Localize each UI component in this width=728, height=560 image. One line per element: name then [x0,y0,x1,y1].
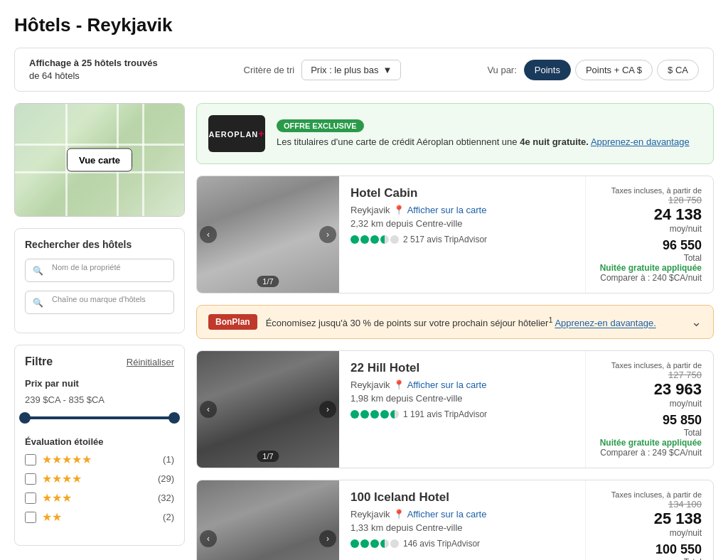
main-content: Vue carte Rechercher des hôtels 🔍 Nom de… [14,103,714,560]
sort-section: Critère de tri Prix : le plus bas ▼ [244,60,402,80]
hotel-distance-2: 1,33 km depuis Centre-ville [350,522,574,533]
stars-filter: Évaluation étoilée ★★★★★ (1) ★★★★ (29) ★… [25,436,174,524]
view-points-ca-button[interactable]: Points + CA $ [575,60,653,80]
vue-carte-button[interactable]: Vue carte [67,149,132,172]
hotel-rating-2: 146 avis TripAdvisor [350,539,574,549]
compare-1: Comparer à : 249 $CA/nuit [600,448,702,458]
chain-input-group: 🔍 Chaîne ou marque d'hôtels [25,291,174,314]
img-next-0[interactable]: › [319,226,336,243]
star-3-checkbox[interactable] [25,492,36,504]
filter-box: Filtre Réinitialiser Prix par nuit 239 $… [14,345,185,546]
hotel-info-1: 22 Hill Hotel Reykjavik 📍 Afficher sur l… [339,351,585,468]
promo-link[interactable]: Apprenez-en davantage [591,136,690,147]
total-price-1: 95 850 [611,413,702,428]
review-count-1: 1 191 avis TripAdvisor [403,409,487,419]
property-input-group: 🔍 Nom de la propriété [25,259,174,282]
view-ca-button[interactable]: $ CA [657,60,699,80]
hotel-name-1: 22 Hill Hotel [350,361,574,375]
page-title: Hôtels - Reykjavik [14,14,714,36]
promo-text: Les titulaires d'une carte de crédit Aér… [277,135,702,149]
old-price-0: 128 750 [611,195,702,205]
filter-title: Filtre [25,355,53,368]
chain-input[interactable] [48,297,167,308]
hotel-img-0: ‹ › 1/7 [197,176,339,293]
hotel-name-2: 100 Iceland Hotel [350,490,574,505]
free-night-1: Nuitée gratuite appliquée [600,438,702,448]
view-points-button[interactable]: Points [524,60,571,80]
stars-section-title: Évaluation étoilée [25,436,174,447]
tripadvisor-dots-0 [350,235,399,244]
bonplan-text: Économisez jusqu'à 30 % de points sur vo… [266,316,682,328]
img-prev-0[interactable]: ‹ [200,226,217,243]
star-item-5: ★★★★★ (1) [25,453,174,466]
img-prev-1[interactable]: ‹ [200,401,217,418]
property-label: 🔍 [25,259,174,282]
hotel-card-2: ‹ › 1/7 100 Iceland Hotel Reykjavik 📍 Af… [196,480,714,560]
range-thumb-left[interactable] [19,412,31,424]
map-container: Vue carte [14,103,185,217]
img-prev-2[interactable]: ‹ [200,530,217,547]
img-next-1[interactable]: › [319,401,336,418]
hotel-distance-0: 2,32 km depuis Centre-ville [350,218,574,229]
aeroplan-card-image: AEROPLAN+ [208,115,265,152]
hotel-img-1: ‹ › 1/7 [197,351,339,468]
star-2-checkbox[interactable] [25,512,36,523]
property-input[interactable] [48,265,167,276]
main-price-2: 25 138 [654,510,702,527]
promo-banner: AEROPLAN+ OFFRE EXCLUSIVE Les titulaires… [196,103,714,164]
star-item-4: ★★★★ (29) [25,472,174,485]
chain-label: 🔍 [25,291,174,314]
star-5-checkbox[interactable] [25,454,36,465]
hotel-map-link-0[interactable]: Afficher sur la carte [407,205,487,215]
img-counter-0: 1/7 [257,276,279,287]
toolbar: Affichage à 25 hôtels trouvés de 64 hôte… [14,48,714,92]
hotel-name-0: Hotel Cabin [350,186,574,200]
sort-dropdown[interactable]: Prix : le plus bas ▼ [301,60,401,80]
star-item-2: ★★ (2) [25,510,174,524]
hotel-card-0: ‹ › 1/7 Hotel Cabin Reykjavik 📍 Afficher… [196,176,714,294]
hotel-location-1: Reykjavik 📍 Afficher sur la carte [350,379,574,390]
aeroplan-logo: AEROPLAN+ [209,128,265,139]
old-price-1: 127 750 [611,370,702,380]
bonplan-banner: BonPlan Économisez jusqu'à 30 % de point… [196,305,714,339]
filter-header: Filtre Réinitialiser [25,355,174,368]
hotel-info-0: Hotel Cabin Reykjavik 📍 Afficher sur la … [339,176,585,293]
bonplan-chevron-icon[interactable]: ⌄ [691,314,702,330]
hotel-count: Affichage à 25 hôtels trouvés de 64 hôte… [29,57,158,82]
price-range-label: 239 $CA - 835 $CA [25,394,174,405]
price-section-title: Prix par nuit [25,378,174,389]
total-price-2: 100 550 [611,542,702,557]
view-selector: Vu par: Points Points + CA $ $ CA [487,60,699,80]
hotel-location-2: Reykjavik 📍 Afficher sur la carte [350,509,574,519]
img-next-2[interactable]: › [319,530,336,547]
hotel-pricing-1: Taxes incluses, à partir de 127 750 23 9… [585,351,713,468]
old-price-2: 134 100 [611,499,702,510]
chevron-down-icon: ▼ [383,65,392,75]
vu-par-label: Vu par: [487,65,516,75]
right-panel: AEROPLAN+ OFFRE EXCLUSIVE Les titulaires… [196,103,714,560]
star-4-checkbox[interactable] [25,473,36,485]
tripadvisor-dots-2 [350,539,399,548]
review-count-0: 2 517 avis TripAdvisor [403,235,487,244]
search-icon: 🔍 [33,266,43,276]
sort-label: Critère de tri [244,65,295,75]
bonplan-link[interactable]: Apprenez-en davantage. [555,318,655,329]
main-price-1: 23 963 [654,380,702,398]
hotel-map-link-2[interactable]: Afficher sur la carte [407,509,487,519]
hotel-img-2: ‹ › 1/7 [197,480,339,560]
hotel-location-0: Reykjavik 📍 Afficher sur la carte [350,205,574,215]
price-slider[interactable] [25,411,174,425]
range-thumb-right[interactable] [168,412,180,424]
hotel-pricing-2: Taxes incluses, à partir de 134 100 25 1… [585,480,713,560]
hotel-rating-0: 2 517 avis TripAdvisor [350,235,574,244]
search-box: Rechercher des hôtels 🔍 Nom de la propri… [14,228,185,333]
hotel-pricing-0: Taxes incluses, à partir de 128 750 24 1… [585,176,713,293]
free-night-0: Nuitée gratuite appliquée [600,263,702,273]
total-price-0: 96 550 [611,238,702,253]
filter-reset-button[interactable]: Réinitialiser [127,357,174,367]
hotel-info-2: 100 Iceland Hotel Reykjavik 📍 Afficher s… [339,480,585,560]
img-counter-1: 1/7 [257,451,279,462]
hotel-map-link-1[interactable]: Afficher sur la carte [407,379,487,390]
promo-badge: OFFRE EXCLUSIVE [277,119,364,132]
review-count-2: 146 avis TripAdvisor [403,539,480,549]
